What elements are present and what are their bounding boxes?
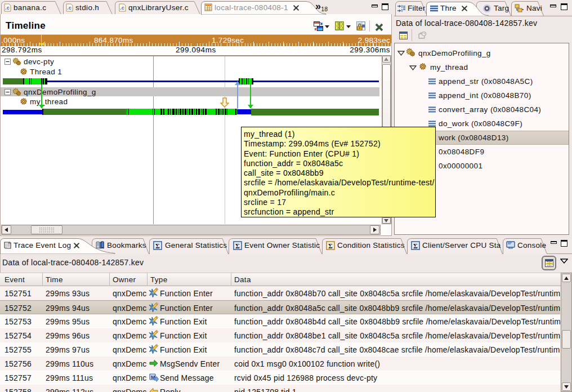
svg-text:.c: .c [67,5,72,11]
svg-text:Σ: Σ [413,242,418,250]
svg-text:Σ: Σ [155,242,160,250]
svg-text:.c: .c [5,5,10,11]
svg-text:Σ: Σ [328,242,333,250]
svg-text:.c: .c [120,5,124,11]
svg-text:Σ: Σ [235,242,240,250]
